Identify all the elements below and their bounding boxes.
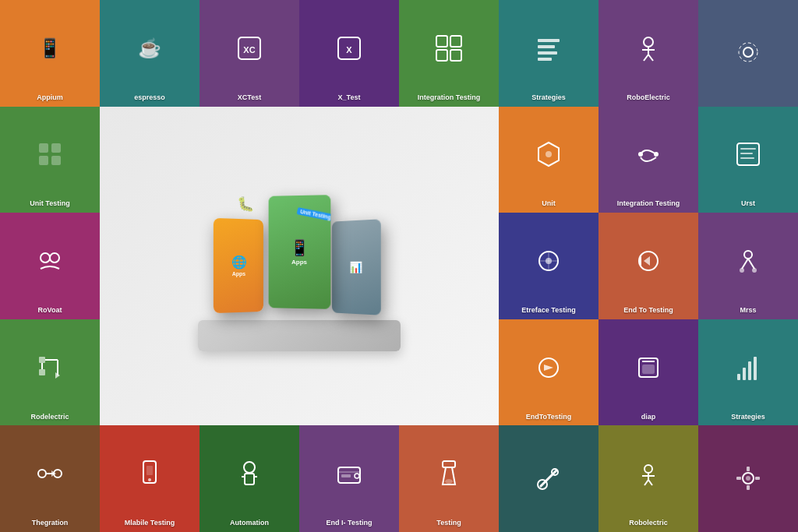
roboelectric-top-label: RoboElectric [627, 93, 670, 102]
cell-mobile-testing: Mlabile Testing [100, 425, 200, 532]
svg-point-74 [445, 479, 453, 484]
svg-point-32 [50, 253, 59, 262]
cell-mrss: Mrss [698, 213, 798, 319]
svg-line-40 [742, 259, 748, 269]
svg-point-58 [38, 470, 46, 477]
integration-right-icon [634, 140, 662, 168]
svg-line-16 [648, 55, 653, 61]
strategies-right-label: Strategies [731, 413, 765, 421]
strategies-icon [535, 34, 563, 62]
integration-icon [435, 34, 463, 62]
svg-rect-85 [747, 467, 750, 471]
svg-rect-11 [538, 58, 552, 61]
svg-line-75 [541, 470, 556, 486]
svg-rect-45 [39, 369, 45, 375]
cell-rodelectric: Rodelectric [0, 319, 100, 426]
svg-text:X: X [346, 45, 352, 55]
svg-line-41 [748, 259, 754, 269]
cell-automation: Automation [200, 425, 299, 532]
testing-icon [435, 460, 463, 488]
cell-espresso: ☕ espresso [100, 0, 200, 107]
svg-rect-56 [748, 361, 751, 380]
xtest-label: X_Test [338, 93, 361, 102]
gear-bottom-icon [734, 464, 762, 492]
strategies-top-label: Strategies [531, 93, 566, 102]
etreface-label: Etreface Testing [521, 306, 575, 315]
phone-right: 📊 [332, 220, 381, 315]
automation-icon [235, 460, 263, 488]
svg-rect-71 [341, 474, 351, 477]
unit-right-label: Unit [542, 199, 556, 208]
cell-r5c6 [499, 425, 598, 532]
phone-left: 🌐 Apps [214, 218, 263, 313]
svg-point-72 [355, 474, 359, 478]
svg-rect-86 [747, 485, 750, 490]
mobile-testing-icon [136, 460, 164, 488]
cell-unit-testing-left: Unit Testing [0, 107, 100, 213]
svg-point-39 [744, 251, 752, 259]
svg-point-42 [740, 268, 744, 273]
cell-r1c8 [698, 0, 798, 107]
cell-appium: 📱 Appium [0, 0, 100, 107]
xctest-icon: XC [235, 34, 263, 62]
cell-etreface: Etreface Testing [499, 213, 598, 319]
wrench-icon [535, 464, 563, 492]
automation-label: Automation [230, 519, 269, 527]
xctest-label: XCTest [238, 93, 261, 102]
cell-roboelectric-top: RoboElectric [598, 0, 698, 107]
center-feature: 🌐 Apps 📱 Apps Unit Testing 📊 🐛 [100, 107, 499, 426]
svg-rect-64 [147, 466, 153, 475]
svg-point-65 [244, 462, 255, 473]
thegration-label: Thegration [32, 519, 69, 527]
cell-urst: Urst [698, 107, 798, 213]
cell-diap: diap [598, 319, 698, 426]
svg-point-25 [638, 152, 643, 157]
cell-integration-right: Integration Testing [598, 107, 698, 213]
cell-strategies-top: Strategies [499, 0, 598, 107]
end-to-icon [634, 247, 662, 275]
rodelectric-icon [36, 354, 64, 382]
svg-rect-29 [740, 153, 753, 154]
unit-testing-icon [36, 140, 64, 168]
cell-robolectric-bottom: Robolectric [598, 425, 698, 532]
cell-strategies-right: Strategies [698, 319, 798, 426]
svg-point-78 [644, 465, 652, 473]
end-to-testing2-label: EndToTesting [526, 413, 572, 421]
rodelectric-label: Rodelectric [30, 413, 69, 421]
svg-rect-73 [443, 461, 455, 467]
svg-rect-20 [51, 143, 61, 153]
urst-label: Urst [741, 199, 755, 208]
espresso-icon: ☕ [138, 37, 161, 59]
espresso-label: espresso [134, 93, 165, 102]
urst-icon [734, 140, 762, 168]
svg-rect-5 [450, 36, 461, 47]
svg-rect-6 [436, 50, 447, 61]
integration-right-label: Integration Testing [617, 199, 680, 208]
rovoat-label: RoVoat [38, 306, 62, 315]
iso-platform: 🌐 Apps 📱 Apps Unit Testing 📊 🐛 [190, 180, 408, 351]
infographic: 📱 Appium ☕ espresso XC XCTest X X_Test [0, 0, 798, 532]
diap-label: diap [641, 413, 656, 421]
svg-rect-55 [743, 368, 746, 380]
svg-rect-8 [538, 39, 560, 42]
end-to-testing-label: End To Testing [623, 306, 673, 315]
svg-text:XC: XC [243, 45, 255, 55]
diap-icon [634, 354, 662, 382]
phone-left-label: Apps [232, 271, 245, 277]
svg-line-82 [648, 480, 652, 485]
svg-rect-4 [436, 36, 447, 47]
robolectric-bottom-label: Robolectric [629, 519, 668, 527]
svg-line-15 [644, 55, 648, 61]
thegration-icon [36, 460, 64, 488]
svg-point-17 [743, 48, 753, 57]
cell-rovoat: RoVoat [0, 213, 100, 319]
xtest-icon: X [335, 34, 363, 62]
svg-point-12 [644, 37, 653, 47]
gear-top-icon [734, 38, 762, 66]
svg-rect-66 [245, 474, 254, 484]
svg-point-24 [546, 151, 552, 157]
svg-rect-10 [538, 51, 557, 55]
cell-end-to-testing2: EndToTesting [499, 319, 598, 426]
svg-rect-57 [754, 357, 757, 380]
mrss-icon [734, 247, 762, 275]
